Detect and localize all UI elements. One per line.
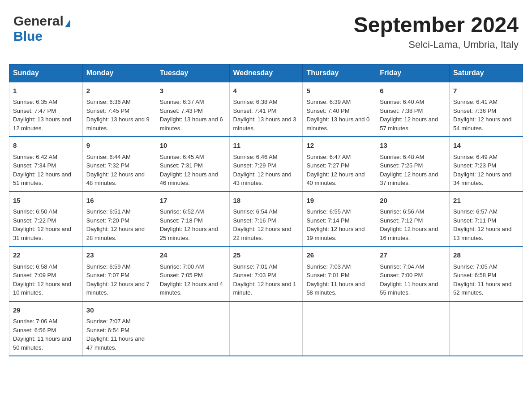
calendar-cell-w3-d6: 20Sunrise: 6:56 AMSunset: 7:12 PMDayligh… <box>376 192 450 247</box>
calendar-cell-w3-d1: 15Sunrise: 6:50 AMSunset: 7:22 PMDayligh… <box>9 192 83 247</box>
day-number: 28 <box>453 250 519 261</box>
calendar-table: Sunday Monday Tuesday Wednesday Thursday… <box>9 64 523 357</box>
day-number: 22 <box>13 250 79 261</box>
day-number: 6 <box>380 86 446 96</box>
day-number: 11 <box>233 141 299 151</box>
calendar-cell-w2-d3: 10Sunrise: 6:45 AMSunset: 7:31 PMDayligh… <box>156 137 229 192</box>
calendar-cell-w4-d2: 23Sunrise: 6:59 AMSunset: 7:07 PMDayligh… <box>82 246 156 301</box>
day-number: 2 <box>86 86 152 96</box>
calendar-cell-w2-d1: 8Sunrise: 6:42 AMSunset: 7:34 PMDaylight… <box>9 137 83 192</box>
day-number: 25 <box>233 250 299 261</box>
calendar-cell-w1-d7: 7Sunrise: 6:41 AMSunset: 7:36 PMDaylight… <box>450 82 523 137</box>
calendar-cell-w1-d6: 6Sunrise: 6:40 AMSunset: 7:38 PMDaylight… <box>376 82 450 137</box>
calendar-cell-w1-d4: 4Sunrise: 6:38 AMSunset: 7:41 PMDaylight… <box>229 82 303 137</box>
day-number: 27 <box>380 250 446 261</box>
day-number: 16 <box>86 196 152 206</box>
calendar-cell-w1-d2: 2Sunrise: 6:36 AMSunset: 7:45 PMDaylight… <box>82 82 156 137</box>
day-number: 23 <box>86 250 152 261</box>
day-number: 24 <box>160 250 226 261</box>
calendar-cell-w4-d7: 28Sunrise: 7:05 AMSunset: 6:58 PMDayligh… <box>450 246 523 301</box>
calendar-cell-w1-d1: 1Sunrise: 6:35 AMSunset: 7:47 PMDaylight… <box>9 82 83 137</box>
day-number: 26 <box>306 250 372 261</box>
title-section: September 2024 Selci-Lama, Umbria, Italy <box>354 13 519 51</box>
calendar-cell-w4-d6: 27Sunrise: 7:04 AMSunset: 7:00 PMDayligh… <box>376 246 450 301</box>
logo-blue-text: Blue <box>13 29 43 43</box>
calendar-cell-w2-d7: 14Sunrise: 6:49 AMSunset: 7:23 PMDayligh… <box>450 137 523 192</box>
calendar-cell-w1-d5: 5Sunrise: 6:39 AMSunset: 7:40 PMDaylight… <box>303 82 376 137</box>
col-friday: Friday <box>376 64 450 82</box>
day-number: 21 <box>453 196 519 206</box>
calendar-cell-w3-d2: 16Sunrise: 6:51 AMSunset: 7:20 PMDayligh… <box>82 192 156 247</box>
day-number: 17 <box>160 196 226 206</box>
day-number: 20 <box>380 196 446 206</box>
calendar-cell-w5-d2: 30Sunrise: 7:07 AMSunset: 6:54 PMDayligh… <box>82 301 156 356</box>
calendar-cell-w4-d1: 22Sunrise: 6:58 AMSunset: 7:09 PMDayligh… <box>9 246 83 301</box>
day-number: 7 <box>453 86 519 96</box>
day-number: 15 <box>13 196 79 206</box>
calendar-cell-w5-d3 <box>156 301 229 356</box>
calendar-cell-w3-d7: 21Sunrise: 6:57 AMSunset: 7:11 PMDayligh… <box>450 192 523 247</box>
month-title: September 2024 <box>354 13 519 37</box>
day-number: 18 <box>233 196 299 206</box>
calendar-cell-w3-d5: 19Sunrise: 6:55 AMSunset: 7:14 PMDayligh… <box>303 192 376 247</box>
logo-arrow-icon <box>65 19 70 27</box>
calendar-cell-w5-d4 <box>229 301 303 356</box>
calendar-cell-w3-d4: 18Sunrise: 6:54 AMSunset: 7:16 PMDayligh… <box>229 192 303 247</box>
day-number: 1 <box>13 86 79 96</box>
day-number: 8 <box>13 141 79 151</box>
day-number: 12 <box>306 141 372 151</box>
logo: General Blue <box>13 13 70 44</box>
calendar-week-4: 22Sunrise: 6:58 AMSunset: 7:09 PMDayligh… <box>9 246 523 301</box>
col-monday: Monday <box>82 64 156 82</box>
day-number: 9 <box>86 141 152 151</box>
calendar-cell-w5-d7 <box>450 301 523 356</box>
location-text: Selci-Lama, Umbria, Italy <box>354 39 519 51</box>
calendar-cell-w2-d4: 11Sunrise: 6:46 AMSunset: 7:29 PMDayligh… <box>229 137 303 192</box>
day-number: 19 <box>306 196 372 206</box>
calendar-week-2: 8Sunrise: 6:42 AMSunset: 7:34 PMDaylight… <box>9 137 523 192</box>
calendar-cell-w4-d3: 24Sunrise: 7:00 AMSunset: 7:05 PMDayligh… <box>156 246 229 301</box>
calendar-cell-w5-d5 <box>303 301 376 356</box>
day-number: 30 <box>86 305 152 316</box>
day-number: 10 <box>160 141 226 151</box>
day-number: 4 <box>233 86 299 96</box>
col-sunday: Sunday <box>9 64 83 82</box>
calendar-cell-w3-d3: 17Sunrise: 6:52 AMSunset: 7:18 PMDayligh… <box>156 192 229 247</box>
day-number: 3 <box>160 86 226 96</box>
calendar-cell-w2-d2: 9Sunrise: 6:44 AMSunset: 7:32 PMDaylight… <box>82 137 156 192</box>
day-number: 14 <box>453 141 519 151</box>
calendar-cell-w4-d4: 25Sunrise: 7:01 AMSunset: 7:03 PMDayligh… <box>229 246 303 301</box>
col-saturday: Saturday <box>450 64 523 82</box>
day-number: 29 <box>13 305 79 316</box>
page-header: General Blue September 2024 Selci-Lama, … <box>9 9 523 55</box>
calendar-cell-w5-d6 <box>376 301 450 356</box>
day-number: 13 <box>380 141 446 151</box>
calendar-week-3: 15Sunrise: 6:50 AMSunset: 7:22 PMDayligh… <box>9 192 523 247</box>
col-thursday: Thursday <box>303 64 376 82</box>
logo-general-text: General <box>13 13 64 29</box>
calendar-cell-w5-d1: 29Sunrise: 7:06 AMSunset: 6:56 PMDayligh… <box>9 301 83 356</box>
calendar-cell-w4-d5: 26Sunrise: 7:03 AMSunset: 7:01 PMDayligh… <box>303 246 376 301</box>
calendar-cell-w2-d6: 13Sunrise: 6:48 AMSunset: 7:25 PMDayligh… <box>376 137 450 192</box>
calendar-header-row: Sunday Monday Tuesday Wednesday Thursday… <box>9 64 523 82</box>
col-tuesday: Tuesday <box>156 64 229 82</box>
calendar-cell-w2-d5: 12Sunrise: 6:47 AMSunset: 7:27 PMDayligh… <box>303 137 376 192</box>
calendar-week-5: 29Sunrise: 7:06 AMSunset: 6:56 PMDayligh… <box>9 301 523 356</box>
col-wednesday: Wednesday <box>229 64 303 82</box>
calendar-week-1: 1Sunrise: 6:35 AMSunset: 7:47 PMDaylight… <box>9 82 523 137</box>
day-number: 5 <box>306 86 372 96</box>
calendar-cell-w1-d3: 3Sunrise: 6:37 AMSunset: 7:43 PMDaylight… <box>156 82 229 137</box>
